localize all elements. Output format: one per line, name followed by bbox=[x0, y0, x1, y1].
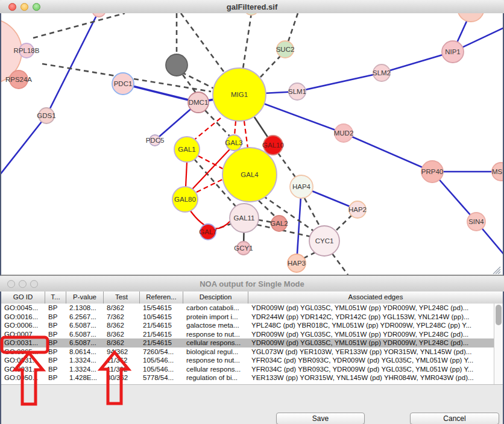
node-GAL7[interactable]: GAL7 bbox=[199, 224, 216, 240]
node-SLM2[interactable]: SLM2 bbox=[373, 64, 391, 81]
column-header-description[interactable]: Desciption bbox=[183, 292, 248, 304]
cell-test: 94/362 bbox=[104, 348, 140, 357]
node-DMC1[interactable]: DMC1 bbox=[188, 92, 209, 113]
cell-edges: YER133W (pp) YOR315W, YNL145W (pd) YHR08… bbox=[248, 373, 503, 382]
table-row[interactable]: GO:0006...BP6.5087...8/36221/54615galact… bbox=[1, 321, 503, 330]
node-top-mid-partial[interactable] bbox=[244, 13, 259, 15]
edge[interactable] bbox=[244, 121, 248, 148]
table-row[interactable]: GO:0007...BP6.5087...8/36221/54615respon… bbox=[1, 330, 503, 339]
edge[interactable] bbox=[243, 13, 251, 69]
cell-p_value: 6.5087... bbox=[66, 330, 104, 339]
table-row[interactable]: GO:0045...BP2.1308...8/36215/54615carbon… bbox=[1, 304, 503, 313]
table-row[interactable]: GO:0031...BP1.3324...11/362105/546...cel… bbox=[1, 365, 503, 374]
screen: { "window_graph": { "title": "galFiltere… bbox=[0, 0, 504, 424]
node-top-left-partial[interactable] bbox=[92, 13, 106, 17]
edge[interactable] bbox=[33, 13, 125, 38]
cell-go_id: GO:0006... bbox=[1, 321, 45, 330]
edge[interactable] bbox=[123, 84, 198, 102]
node-HAP4[interactable]: HAP4 bbox=[290, 175, 313, 198]
node-HAP2[interactable]: HAP2 bbox=[348, 201, 367, 218]
edge[interactable] bbox=[344, 133, 432, 172]
node-PRP40[interactable]: PRP40 bbox=[421, 161, 443, 182]
node-label: GAL4 bbox=[241, 171, 259, 178]
cell-go_id: GO:0031... bbox=[1, 338, 45, 348]
node-PDC5[interactable]: PDC5 bbox=[146, 135, 165, 146]
node-GAL80[interactable]: GAL80 bbox=[172, 187, 198, 212]
node-MIG1[interactable]: MIG1 bbox=[213, 68, 266, 121]
window-titlebar: galFiltered.sif bbox=[0, 0, 504, 14]
column-header-p_value[interactable]: P-value bbox=[66, 292, 104, 304]
edge[interactable] bbox=[235, 121, 236, 136]
column-header-reference[interactable]: Referen... bbox=[140, 292, 183, 304]
scrollbar-thumb[interactable] bbox=[496, 305, 502, 325]
node-GDS1[interactable]: GDS1 bbox=[37, 108, 55, 123]
node-GAL4[interactable]: GAL4 bbox=[222, 148, 277, 202]
vertical-scrollbar[interactable] bbox=[494, 304, 503, 384]
edge[interactable] bbox=[0, 116, 46, 175]
cell-go_id: GO:0050... bbox=[1, 373, 45, 382]
column-header-type[interactable]: T... bbox=[45, 292, 66, 304]
edge[interactable] bbox=[194, 118, 221, 140]
node-label: NIP1 bbox=[445, 48, 461, 55]
cell-type: BP bbox=[45, 313, 66, 322]
node-GAL3[interactable]: GAL3 bbox=[225, 135, 242, 151]
table-area: GO IDT...P-valueTestReferen...Desciption… bbox=[0, 292, 504, 424]
node-GAL1[interactable]: GAL1 bbox=[174, 137, 200, 162]
resize-grip[interactable] bbox=[493, 266, 501, 274]
node-GAL11[interactable]: GAL11 bbox=[230, 204, 259, 232]
node-label: MIG1 bbox=[231, 91, 248, 98]
column-header-test[interactable]: Test bbox=[104, 292, 140, 304]
cell-reference: 7260/54... bbox=[140, 348, 183, 357]
edge[interactable] bbox=[278, 153, 297, 179]
edge[interactable] bbox=[304, 198, 320, 227]
node-unnamed-gray[interactable] bbox=[166, 54, 187, 76]
column-header-go_id[interactable]: GO ID bbox=[1, 292, 45, 304]
node-NIP1[interactable]: NIP1 bbox=[442, 41, 464, 63]
edge[interactable] bbox=[259, 201, 277, 218]
table-row[interactable]: GO:0031...BP6.5087...8/36221/54615cellul… bbox=[1, 338, 503, 348]
node-label: SIN4 bbox=[468, 218, 484, 225]
node-label: CYC1 bbox=[315, 237, 334, 245]
cell-type: BP bbox=[45, 356, 66, 365]
node-label: PDC1 bbox=[114, 80, 133, 87]
node-GCY1[interactable]: GCY1 bbox=[234, 242, 253, 255]
node-CYC1[interactable]: CYC1 bbox=[309, 226, 339, 256]
save-button[interactable]: Save bbox=[276, 413, 365, 424]
edge[interactable] bbox=[260, 55, 281, 77]
edge[interactable] bbox=[303, 252, 315, 258]
node-label: HAP3 bbox=[288, 260, 306, 267]
cell-edges: YDR009W (pd) YGL035C, YML051W (pp) YDR00… bbox=[248, 330, 503, 339]
network-view: RPL18BRPS24AGDS1PDC1DMC1MIG1PDC5GAL1GAL3… bbox=[0, 13, 504, 276]
edge[interactable] bbox=[332, 254, 349, 275]
table-row[interactable]: GO:0016...BP6.2567...7/36210/54615protei… bbox=[1, 313, 503, 322]
cell-go_id: GO:0065... bbox=[1, 348, 45, 357]
node-SUC2[interactable]: SUC2 bbox=[276, 41, 295, 58]
cell-description: response to nut... bbox=[183, 330, 248, 339]
node-SLM1[interactable]: SLM1 bbox=[288, 83, 306, 100]
node-GAL2[interactable]: GAL2 bbox=[270, 216, 288, 231]
edge[interactable] bbox=[186, 162, 187, 187]
cell-description: biological regul... bbox=[183, 348, 248, 357]
node-GAL10[interactable]: GAL10 bbox=[262, 136, 284, 155]
edge[interactable] bbox=[297, 73, 382, 92]
edge[interactable] bbox=[183, 75, 197, 95]
edge[interactable] bbox=[46, 13, 99, 116]
node-MUD2[interactable]: MUD2 bbox=[334, 124, 354, 142]
node-label: GAL1 bbox=[178, 146, 195, 153]
table-row[interactable]: GO:0031...BP1.3324...11/362105/546...res… bbox=[1, 356, 503, 365]
edge[interactable] bbox=[288, 13, 298, 42]
node-HAP3[interactable]: HAP3 bbox=[288, 254, 306, 272]
cancel-button[interactable]: Cancel bbox=[410, 413, 499, 424]
table-row[interactable]: GO:0065...BP8.0614...94/3627260/54...bio… bbox=[1, 348, 503, 357]
column-header-edges[interactable]: Associated edges bbox=[248, 292, 503, 304]
edge[interactable] bbox=[181, 72, 214, 89]
node-SIN4[interactable]: SIN4 bbox=[467, 213, 485, 231]
table-row[interactable]: GO:0050...BP1.428E...80/3625778/54...reg… bbox=[1, 373, 503, 382]
edge[interactable] bbox=[335, 215, 352, 231]
node-MSL1[interactable]: MSL1 bbox=[492, 163, 504, 181]
cell-test: 8/362 bbox=[104, 321, 140, 330]
node-top-right-partial[interactable] bbox=[458, 13, 484, 22]
node-PDC1[interactable]: PDC1 bbox=[112, 73, 134, 95]
network-canvas[interactable]: RPL18BRPS24AGDS1PDC1DMC1MIG1PDC5GAL1GAL3… bbox=[0, 13, 504, 275]
cell-p_value: 1.428E... bbox=[66, 373, 104, 382]
